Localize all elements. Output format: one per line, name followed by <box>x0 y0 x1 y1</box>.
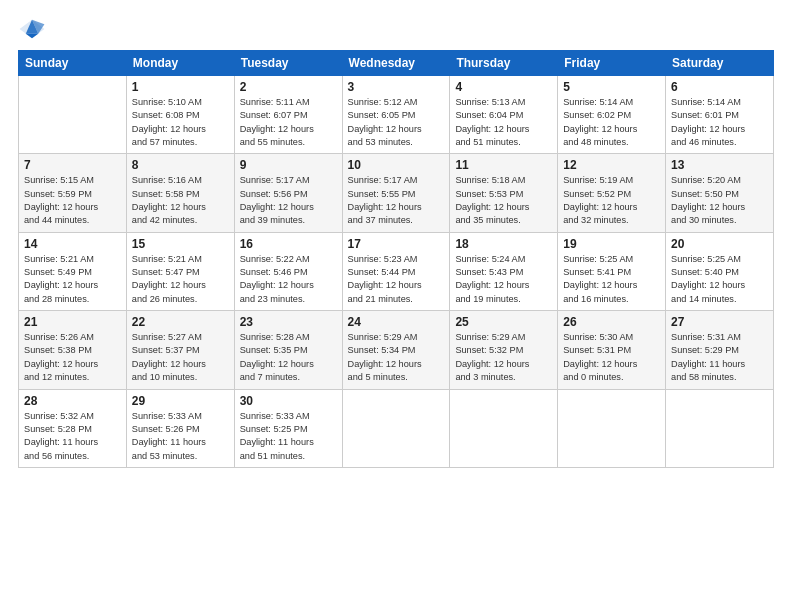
page: SundayMondayTuesdayWednesdayThursdayFrid… <box>0 0 792 612</box>
calendar-cell: 6Sunrise: 5:14 AM Sunset: 6:01 PM Daylig… <box>666 76 774 154</box>
day-number: 18 <box>455 237 552 251</box>
day-info: Sunrise: 5:22 AM Sunset: 5:46 PM Dayligh… <box>240 253 337 306</box>
calendar-cell <box>666 389 774 467</box>
calendar-cell: 3Sunrise: 5:12 AM Sunset: 6:05 PM Daylig… <box>342 76 450 154</box>
weekday-header-monday: Monday <box>126 51 234 76</box>
day-info: Sunrise: 5:21 AM Sunset: 5:49 PM Dayligh… <box>24 253 121 306</box>
day-number: 12 <box>563 158 660 172</box>
calendar-cell: 16Sunrise: 5:22 AM Sunset: 5:46 PM Dayli… <box>234 232 342 310</box>
calendar-cell: 11Sunrise: 5:18 AM Sunset: 5:53 PM Dayli… <box>450 154 558 232</box>
weekday-header-saturday: Saturday <box>666 51 774 76</box>
calendar-cell: 27Sunrise: 5:31 AM Sunset: 5:29 PM Dayli… <box>666 311 774 389</box>
calendar-cell: 24Sunrise: 5:29 AM Sunset: 5:34 PM Dayli… <box>342 311 450 389</box>
weekday-header-thursday: Thursday <box>450 51 558 76</box>
day-info: Sunrise: 5:33 AM Sunset: 5:26 PM Dayligh… <box>132 410 229 463</box>
day-number: 10 <box>348 158 445 172</box>
day-info: Sunrise: 5:32 AM Sunset: 5:28 PM Dayligh… <box>24 410 121 463</box>
calendar-cell: 26Sunrise: 5:30 AM Sunset: 5:31 PM Dayli… <box>558 311 666 389</box>
week-row-0: 1Sunrise: 5:10 AM Sunset: 6:08 PM Daylig… <box>19 76 774 154</box>
day-info: Sunrise: 5:28 AM Sunset: 5:35 PM Dayligh… <box>240 331 337 384</box>
day-info: Sunrise: 5:24 AM Sunset: 5:43 PM Dayligh… <box>455 253 552 306</box>
day-number: 20 <box>671 237 768 251</box>
day-number: 29 <box>132 394 229 408</box>
calendar-cell <box>19 76 127 154</box>
calendar-cell: 10Sunrise: 5:17 AM Sunset: 5:55 PM Dayli… <box>342 154 450 232</box>
weekday-header-sunday: Sunday <box>19 51 127 76</box>
svg-marker-3 <box>26 34 38 39</box>
day-number: 27 <box>671 315 768 329</box>
day-info: Sunrise: 5:30 AM Sunset: 5:31 PM Dayligh… <box>563 331 660 384</box>
calendar-cell: 22Sunrise: 5:27 AM Sunset: 5:37 PM Dayli… <box>126 311 234 389</box>
calendar-cell: 19Sunrise: 5:25 AM Sunset: 5:41 PM Dayli… <box>558 232 666 310</box>
day-info: Sunrise: 5:29 AM Sunset: 5:34 PM Dayligh… <box>348 331 445 384</box>
week-row-4: 28Sunrise: 5:32 AM Sunset: 5:28 PM Dayli… <box>19 389 774 467</box>
calendar-cell <box>450 389 558 467</box>
calendar-cell: 20Sunrise: 5:25 AM Sunset: 5:40 PM Dayli… <box>666 232 774 310</box>
day-number: 15 <box>132 237 229 251</box>
day-number: 25 <box>455 315 552 329</box>
calendar-cell <box>342 389 450 467</box>
calendar-cell: 5Sunrise: 5:14 AM Sunset: 6:02 PM Daylig… <box>558 76 666 154</box>
day-number: 7 <box>24 158 121 172</box>
calendar-cell <box>558 389 666 467</box>
day-number: 14 <box>24 237 121 251</box>
logo-icon <box>18 18 46 40</box>
day-info: Sunrise: 5:21 AM Sunset: 5:47 PM Dayligh… <box>132 253 229 306</box>
day-number: 17 <box>348 237 445 251</box>
day-info: Sunrise: 5:17 AM Sunset: 5:56 PM Dayligh… <box>240 174 337 227</box>
weekday-header-friday: Friday <box>558 51 666 76</box>
day-number: 4 <box>455 80 552 94</box>
day-number: 30 <box>240 394 337 408</box>
day-info: Sunrise: 5:18 AM Sunset: 5:53 PM Dayligh… <box>455 174 552 227</box>
day-number: 21 <box>24 315 121 329</box>
day-number: 3 <box>348 80 445 94</box>
calendar-cell: 17Sunrise: 5:23 AM Sunset: 5:44 PM Dayli… <box>342 232 450 310</box>
day-info: Sunrise: 5:16 AM Sunset: 5:58 PM Dayligh… <box>132 174 229 227</box>
calendar-cell: 18Sunrise: 5:24 AM Sunset: 5:43 PM Dayli… <box>450 232 558 310</box>
day-number: 22 <box>132 315 229 329</box>
day-info: Sunrise: 5:33 AM Sunset: 5:25 PM Dayligh… <box>240 410 337 463</box>
day-number: 5 <box>563 80 660 94</box>
calendar-cell: 15Sunrise: 5:21 AM Sunset: 5:47 PM Dayli… <box>126 232 234 310</box>
day-number: 13 <box>671 158 768 172</box>
logo <box>18 18 50 40</box>
calendar-cell: 14Sunrise: 5:21 AM Sunset: 5:49 PM Dayli… <box>19 232 127 310</box>
day-info: Sunrise: 5:23 AM Sunset: 5:44 PM Dayligh… <box>348 253 445 306</box>
calendar-cell: 8Sunrise: 5:16 AM Sunset: 5:58 PM Daylig… <box>126 154 234 232</box>
day-number: 11 <box>455 158 552 172</box>
calendar-cell: 30Sunrise: 5:33 AM Sunset: 5:25 PM Dayli… <box>234 389 342 467</box>
day-number: 19 <box>563 237 660 251</box>
calendar-cell: 4Sunrise: 5:13 AM Sunset: 6:04 PM Daylig… <box>450 76 558 154</box>
day-info: Sunrise: 5:13 AM Sunset: 6:04 PM Dayligh… <box>455 96 552 149</box>
calendar-cell: 25Sunrise: 5:29 AM Sunset: 5:32 PM Dayli… <box>450 311 558 389</box>
day-info: Sunrise: 5:26 AM Sunset: 5:38 PM Dayligh… <box>24 331 121 384</box>
day-number: 2 <box>240 80 337 94</box>
calendar-cell: 29Sunrise: 5:33 AM Sunset: 5:26 PM Dayli… <box>126 389 234 467</box>
day-number: 9 <box>240 158 337 172</box>
day-number: 8 <box>132 158 229 172</box>
day-info: Sunrise: 5:11 AM Sunset: 6:07 PM Dayligh… <box>240 96 337 149</box>
day-info: Sunrise: 5:12 AM Sunset: 6:05 PM Dayligh… <box>348 96 445 149</box>
day-info: Sunrise: 5:14 AM Sunset: 6:01 PM Dayligh… <box>671 96 768 149</box>
week-row-3: 21Sunrise: 5:26 AM Sunset: 5:38 PM Dayli… <box>19 311 774 389</box>
calendar: SundayMondayTuesdayWednesdayThursdayFrid… <box>18 50 774 468</box>
day-number: 26 <box>563 315 660 329</box>
weekday-header-row: SundayMondayTuesdayWednesdayThursdayFrid… <box>19 51 774 76</box>
weekday-header-wednesday: Wednesday <box>342 51 450 76</box>
day-info: Sunrise: 5:17 AM Sunset: 5:55 PM Dayligh… <box>348 174 445 227</box>
day-info: Sunrise: 5:27 AM Sunset: 5:37 PM Dayligh… <box>132 331 229 384</box>
day-info: Sunrise: 5:25 AM Sunset: 5:41 PM Dayligh… <box>563 253 660 306</box>
day-number: 23 <box>240 315 337 329</box>
calendar-cell: 7Sunrise: 5:15 AM Sunset: 5:59 PM Daylig… <box>19 154 127 232</box>
day-number: 24 <box>348 315 445 329</box>
day-number: 28 <box>24 394 121 408</box>
day-info: Sunrise: 5:19 AM Sunset: 5:52 PM Dayligh… <box>563 174 660 227</box>
week-row-2: 14Sunrise: 5:21 AM Sunset: 5:49 PM Dayli… <box>19 232 774 310</box>
day-info: Sunrise: 5:29 AM Sunset: 5:32 PM Dayligh… <box>455 331 552 384</box>
calendar-cell: 21Sunrise: 5:26 AM Sunset: 5:38 PM Dayli… <box>19 311 127 389</box>
week-row-1: 7Sunrise: 5:15 AM Sunset: 5:59 PM Daylig… <box>19 154 774 232</box>
calendar-cell: 1Sunrise: 5:10 AM Sunset: 6:08 PM Daylig… <box>126 76 234 154</box>
day-info: Sunrise: 5:31 AM Sunset: 5:29 PM Dayligh… <box>671 331 768 384</box>
calendar-cell: 12Sunrise: 5:19 AM Sunset: 5:52 PM Dayli… <box>558 154 666 232</box>
header <box>18 18 774 40</box>
